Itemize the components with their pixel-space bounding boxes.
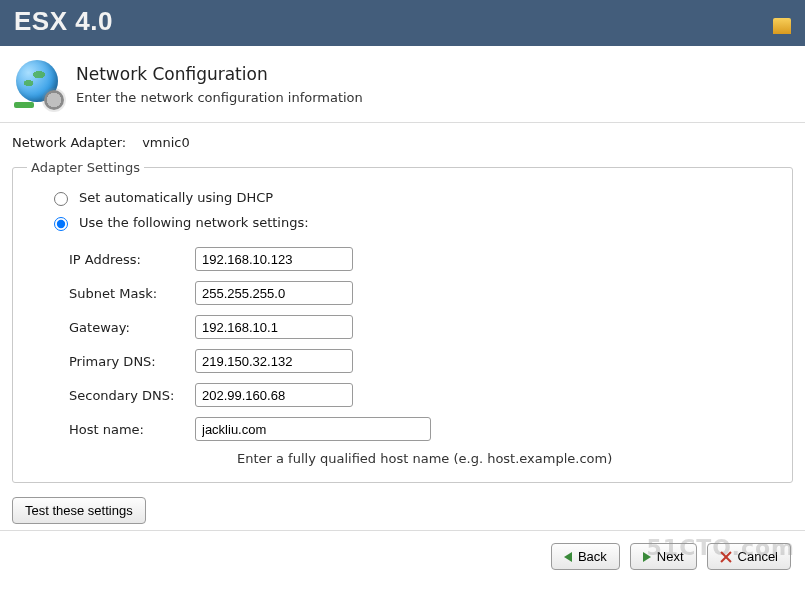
adapter-row: Network Adapter: vmnic0: [12, 135, 793, 160]
ip-label: IP Address:: [69, 252, 195, 267]
radio-dhcp[interactable]: Set automatically using DHCP: [27, 189, 778, 206]
folder-icon: [773, 18, 791, 34]
page-title: Network Configuration: [76, 64, 363, 84]
wizard-footer: 51CTO.com Back Next Cancel: [0, 530, 805, 590]
adapter-label: Network Adapter:: [12, 135, 138, 150]
radio-static-input[interactable]: [54, 217, 68, 231]
network-globe-icon: [14, 60, 62, 108]
back-button[interactable]: Back: [551, 543, 620, 570]
gateway-label: Gateway:: [69, 320, 195, 335]
host-hint: Enter a fully qualified host name (e.g. …: [237, 451, 778, 466]
next-label: Next: [657, 549, 684, 564]
test-settings-label: Test these settings: [25, 503, 133, 518]
dns1-label: Primary DNS:: [69, 354, 195, 369]
radio-dhcp-label: Set automatically using DHCP: [79, 190, 273, 205]
host-label: Host name:: [69, 422, 195, 437]
static-fields: IP Address: Subnet Mask: Gateway: Primar…: [27, 247, 778, 466]
arrow-left-icon: [564, 552, 572, 562]
adapter-value: vmnic0: [142, 135, 190, 150]
mask-label: Subnet Mask:: [69, 286, 195, 301]
back-label: Back: [578, 549, 607, 564]
adapter-settings-group: Adapter Settings Set automatically using…: [12, 160, 793, 483]
host-input[interactable]: [195, 417, 431, 441]
page-subtitle: Enter the network configuration informat…: [76, 90, 363, 105]
ip-input[interactable]: [195, 247, 353, 271]
page-header: Network Configuration Enter the network …: [0, 46, 805, 123]
next-button[interactable]: Next: [630, 543, 697, 570]
arrow-right-icon: [643, 552, 651, 562]
radio-static-label: Use the following network settings:: [79, 215, 309, 230]
close-icon: [720, 551, 732, 563]
radio-dhcp-input[interactable]: [54, 192, 68, 206]
product-name: ESX 4.0: [14, 6, 113, 37]
adapter-settings-legend: Adapter Settings: [27, 160, 144, 175]
mask-input[interactable]: [195, 281, 353, 305]
cancel-label: Cancel: [738, 549, 778, 564]
dns2-label: Secondary DNS:: [69, 388, 195, 403]
dns2-input[interactable]: [195, 383, 353, 407]
title-bar: ESX 4.0: [0, 0, 805, 46]
gateway-input[interactable]: [195, 315, 353, 339]
radio-static[interactable]: Use the following network settings:: [27, 214, 778, 231]
content-area: Network Adapter: vmnic0 Adapter Settings…: [0, 123, 805, 530]
cancel-button[interactable]: Cancel: [707, 543, 791, 570]
test-settings-button[interactable]: Test these settings: [12, 497, 146, 524]
dns1-input[interactable]: [195, 349, 353, 373]
